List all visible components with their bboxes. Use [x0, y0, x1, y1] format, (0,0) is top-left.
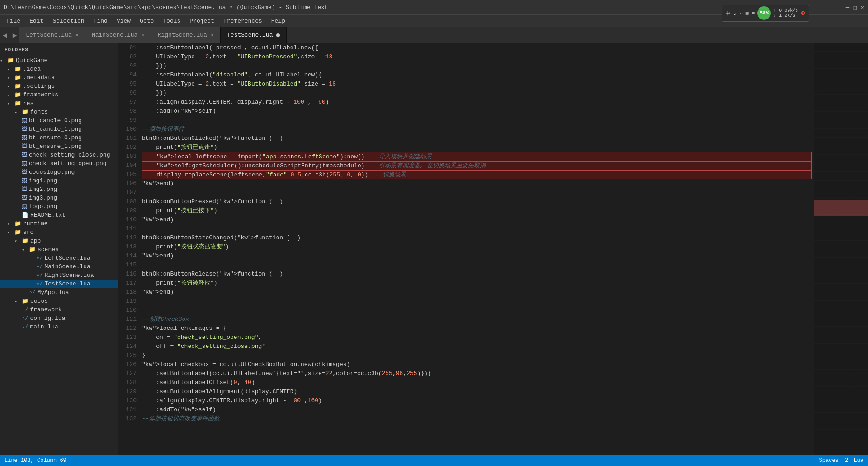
- line-number-91: 91: [121, 43, 137, 52]
- tree-item-MyApp-lua[interactable]: ∘/ MyApp.lua: [0, 288, 118, 297]
- tab-RightScene-lua[interactable]: RightScene.lua ✕: [151, 27, 221, 43]
- close-button[interactable]: ✕: [861, 4, 864, 11]
- tree-item-QuickGame[interactable]: ▾ 📁 QuickGame: [0, 56, 118, 65]
- menu-item-preferences[interactable]: Preferences: [219, 17, 267, 25]
- menu-item-edit[interactable]: Edit: [25, 17, 48, 25]
- tree-label: QuickGame: [16, 57, 47, 64]
- tree-label: frameworks: [23, 91, 58, 98]
- tree-item-bt-ensure-0-png[interactable]: 🖼 bt_ensure_0.png: [0, 133, 118, 142]
- maximize-button[interactable]: ❐: [853, 4, 857, 11]
- tree-item-logo-png[interactable]: 🖼 logo.png: [0, 202, 118, 211]
- code-area[interactable]: 9192939495969798991001011021031041051061…: [118, 43, 814, 455]
- tree-item-runtime[interactable]: ▸ 📁 runtime: [0, 219, 118, 228]
- tree-item--settings[interactable]: ▸ 📁 .settings: [0, 82, 118, 90]
- tree-item-img3-png[interactable]: 🖼 img3.png: [0, 194, 118, 202]
- tree-label: MyApp.lua: [37, 289, 69, 296]
- folder-icon: 📁: [29, 246, 36, 253]
- menu-item-tools[interactable]: Tools: [158, 17, 185, 25]
- tree-label: img1.png: [29, 177, 57, 184]
- line-number-129: 129: [121, 387, 137, 396]
- menu-item-selection[interactable]: Selection: [48, 17, 89, 25]
- tab-close-icon[interactable]: ✕: [141, 32, 144, 38]
- tree-item-src[interactable]: ▾ 📁 src: [0, 228, 118, 237]
- tree-item--metadata[interactable]: ▸ 📁 .metadata: [0, 73, 118, 82]
- folder-icon: 📁: [14, 83, 21, 90]
- tree-item-res[interactable]: ▾ 📁 res: [0, 99, 118, 108]
- line-number-106: 106: [121, 179, 137, 188]
- status-spaces: Spaces: 2: [819, 457, 849, 464]
- menu-item-find[interactable]: Find: [89, 17, 112, 25]
- tree-item-app[interactable]: ▾ 📁 app: [0, 237, 118, 245]
- tree-item-fonts[interactable]: ▸ 📁 fonts: [0, 108, 118, 116]
- tree-item-img1-png[interactable]: 🖼 img1.png: [0, 176, 118, 185]
- line-number-113: 113: [121, 243, 137, 252]
- tree-item-img2-png[interactable]: 🖼 img2.png: [0, 185, 118, 194]
- tree-item-bt-cancle-1-png[interactable]: 🖼 bt_cancle_1.png: [0, 125, 118, 133]
- code-line-109: print("按钮已按下"): [142, 206, 812, 215]
- menu-item-view[interactable]: View: [112, 17, 135, 25]
- tree-item-check-setting-open-png[interactable]: 🖼 check_setting_open.png: [0, 159, 118, 168]
- code-lines: :setButtonLabel( pressed , cc.ui.UILabel…: [140, 43, 814, 455]
- tree-item-TestScene-lua[interactable]: ∘/ TestScene.lua: [0, 280, 118, 288]
- menu-item-project[interactable]: Project: [185, 17, 219, 25]
- png-icon: 🖼: [22, 203, 27, 210]
- tab-close-icon[interactable]: ✕: [211, 32, 214, 38]
- line-number-130: 130: [121, 396, 137, 405]
- tree-item-frameworks[interactable]: ▸ 📁 frameworks: [0, 90, 118, 99]
- tab-close-icon[interactable]: ✕: [75, 32, 79, 38]
- png-icon: 🖼: [22, 126, 27, 133]
- tree-item-config-lua[interactable]: ∘/ config.lua: [0, 314, 118, 323]
- tab-MainScene-lua[interactable]: MainScene.lua ✕: [85, 27, 151, 43]
- tree-item-MainScene-lua[interactable]: ∘/ MainScene.lua: [0, 262, 118, 271]
- tree-item-cocoslogo-png[interactable]: 🖼 cocoslogo.png: [0, 168, 118, 176]
- code-line-125: }: [142, 351, 812, 360]
- txt-icon: 📄: [22, 212, 28, 219]
- line-number-93: 93: [121, 62, 137, 71]
- code-line-117: print("按钮被释放"): [142, 279, 812, 288]
- tree-label: RightScene.lua: [44, 272, 94, 279]
- menu-item-help[interactable]: Help: [267, 17, 290, 25]
- tab-LeftScene-lua[interactable]: LeftScene.lua ✕: [19, 27, 85, 43]
- status-line-col: Line 103, Column 69: [5, 457, 66, 464]
- folder-icon: 📁: [22, 238, 28, 244]
- tree-arrow: ▸: [7, 67, 14, 72]
- tree-item-RightScene-lua[interactable]: ∘/ RightScene.lua: [0, 271, 118, 280]
- tree-item-framework[interactable]: ∘/ framework: [0, 305, 118, 314]
- tab-nav-prev[interactable]: ◀: [0, 27, 10, 43]
- png-icon: 🖼: [22, 177, 27, 184]
- tab-TestScene-lua[interactable]: TestScene.lua: [221, 27, 287, 43]
- line-number-99: 99: [121, 116, 137, 125]
- code-line-113: print("按钮状态已改变"): [142, 243, 812, 252]
- code-line-123: on = "check_setting_open.png",: [142, 333, 812, 342]
- line-number-128: 128: [121, 378, 137, 387]
- tree-label: bt_cancle_1.png: [29, 126, 82, 133]
- tree-item-main-lua[interactable]: ∘/ main.lua: [0, 323, 118, 331]
- tree-item-scenes[interactable]: ▾ 📁 scenes: [0, 245, 118, 254]
- tree-item-bt-ensure-1-png[interactable]: 🖼 bt_ensure_1.png: [0, 142, 118, 151]
- code-line-97: :align(display.CENTER, display.right - 1…: [142, 98, 812, 107]
- tab-nav-next[interactable]: ▶: [10, 27, 20, 43]
- code-line-128: :setButtonLabelOffset(0, 40): [142, 378, 812, 387]
- sidebar-header: FOLDERS: [0, 43, 118, 56]
- line-number-115: 115: [121, 261, 137, 270]
- code-line-121: --创建CheckBox: [142, 315, 812, 324]
- tree-item--idea[interactable]: ▸ 📁 .idea: [0, 65, 118, 73]
- menu-item-goto[interactable]: Goto: [135, 17, 158, 25]
- tree-item-cocos[interactable]: ▸ 📁 cocos: [0, 297, 118, 305]
- minimize-button[interactable]: —: [846, 4, 849, 11]
- tree-item-LeftScene-lua[interactable]: ∘/ LeftScene.lua: [0, 254, 118, 262]
- tree-label: runtime: [23, 220, 48, 227]
- menu-item-file[interactable]: File: [2, 17, 25, 25]
- tree-item-check-setting-close-png[interactable]: 🖼 check_setting_close.png: [0, 151, 118, 159]
- tree-arrow: ▸: [14, 299, 22, 304]
- sidebar: FOLDERS ▾ 📁 QuickGame ▸ 📁 .idea ▸ 📁 .met…: [0, 43, 118, 455]
- code-line-111: [142, 224, 812, 233]
- tree-item-README-txt[interactable]: 📄 README.txt: [0, 211, 118, 219]
- tree-label: bt_ensure_1.png: [29, 143, 82, 150]
- code-line-122: "kw">local chkimages = {: [142, 324, 812, 333]
- folder-icon: 📁: [14, 91, 21, 98]
- tree-item-bt-cancle-0-png[interactable]: 🖼 bt_cancle_0.png: [0, 116, 118, 125]
- code-line-127: :setButtonLabel(cc.ui.UILabel.new({text=…: [142, 369, 812, 378]
- tree-label: .settings: [23, 83, 55, 90]
- lua-icon: ∘/: [36, 263, 42, 270]
